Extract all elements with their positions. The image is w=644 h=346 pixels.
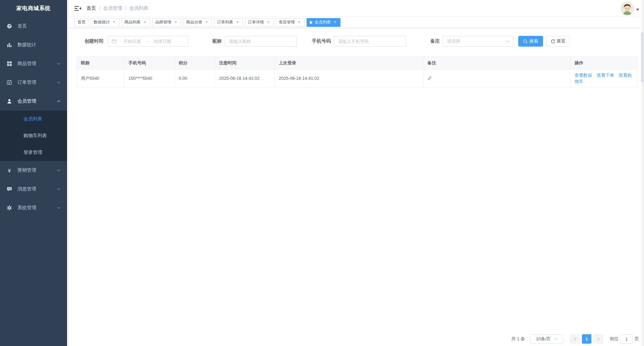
sidebar-item-home[interactable]: 首页 [0,17,67,36]
submenu-item-label: 会员列表 [23,116,42,122]
cell-phone: 150****5540 [124,69,175,88]
goto-page-input[interactable] [621,334,633,344]
user-avatar[interactable] [621,2,634,15]
remark-select-placeholder: 请选择 [447,38,506,44]
scrollbar-track[interactable] [640,0,644,346]
view-orders-link[interactable]: 查看下单 [597,73,614,78]
sidebar-item-label: 商品管理 [17,61,57,67]
close-icon[interactable]: × [112,20,116,25]
cell-points: 0.00 [175,69,215,88]
created-time-label: 创建时间 [85,38,103,44]
table-header-row: 昵称 手机号码 积分 注册时间 上次登录 备注 操作 [77,57,638,69]
yen-icon: ¥ [7,168,12,173]
sidebar-item-label: 会员管理 [17,98,57,104]
prev-page-button[interactable] [570,334,580,344]
search-button[interactable]: 搜索 [518,36,543,47]
col-nickname: 昵称 [77,57,124,69]
col-remark: 备注 [423,57,571,69]
view-data-link[interactable]: 查看数据 [575,73,592,78]
cell-last-login: 2025-06-16 14:41:02 [275,69,423,88]
order-list-icon [7,80,12,85]
sidebar-item-label: 数据统计 [17,42,60,48]
table-row: 用户5540 150****5540 0.00 2025-06-16 14:41… [77,69,638,88]
submenu-item-label: 登录管理 [23,150,42,156]
close-icon[interactable]: × [235,20,240,25]
breadcrumb-member-list: 会员列表 [129,5,148,11]
close-icon[interactable]: × [266,20,271,25]
chevron-down-icon [506,40,509,43]
nickname-input[interactable] [225,36,297,47]
sidebar-item-statistics[interactable]: 数据统计 [0,36,67,54]
chevron-down-icon [57,63,60,65]
pagination-total: 共 1 条 [512,336,525,342]
close-icon[interactable]: × [143,20,147,25]
tab-home[interactable]: 首页 [74,18,89,27]
remark-select[interactable]: 请选择 [443,36,513,47]
sidebar-item-label: 订单管理 [17,79,57,85]
reset-button[interactable]: 重置 [546,36,570,47]
caret-down-icon[interactable] [636,9,639,11]
sidebar-item-members[interactable]: 会员管理 [0,92,67,111]
next-page-button[interactable] [594,334,603,344]
submenu-item-label: 购物车列表 [23,133,47,139]
main-area: 首页 / 会员管理 / 会员列表 首页 [67,0,644,346]
chevron-down-icon [57,207,60,209]
active-tab-dot [310,21,312,24]
sidebar-item-orders[interactable]: 订单管理 [0,73,67,92]
sidebar-item-marketing[interactable]: ¥ 营销管理 [0,161,67,180]
grid-icon [7,61,12,66]
sidebar-item-products[interactable]: 商品管理 [0,54,67,73]
tab-aftersales[interactable]: 售后管理× [276,18,305,27]
tab-member-list[interactable]: 会员列表× [307,18,340,27]
page-content: 创建时间 - 昵称 手机号码 备注 请选择 [67,28,644,88]
tabbar: 首页 数据统计× 商品列表× 品牌管理× 商品分类× 订单列表× 订单详情× 售… [67,17,644,28]
close-icon[interactable]: × [173,20,178,25]
sidebar-item-messages[interactable]: 消息管理 [0,180,67,198]
tab-order-detail[interactable]: 订单详情× [245,18,274,27]
page-size-select[interactable]: 10条/页 [530,334,564,344]
phone-label: 手机号码 [312,38,331,44]
close-icon[interactable]: × [204,20,209,25]
page-suffix-label: 页 [635,336,639,342]
scrollbar-thumb[interactable] [641,32,644,82]
chevron-right-icon [597,337,600,341]
cell-actions: 查看数据 查看下单 查看购物车 [571,69,638,88]
phone-input[interactable] [334,36,406,47]
tab-product-list[interactable]: 商品列表× [121,18,150,27]
gear-icon [7,205,12,211]
top-navbar: 首页 / 会员管理 / 会员列表 [67,0,644,17]
sidebar-item-login-mgmt[interactable]: 登录管理 [0,144,67,161]
collapse-sidebar-icon[interactable] [74,6,81,11]
dashboard-icon [7,23,12,29]
start-date-input[interactable] [118,39,146,44]
date-range-picker[interactable]: - [108,36,189,47]
edit-pencil-icon[interactable] [427,75,432,80]
page-number-1[interactable]: 1 [582,334,591,344]
sidebar-item-label: 消息管理 [17,186,57,192]
message-icon [7,186,12,192]
cell-remark [423,69,571,88]
close-icon[interactable]: × [297,20,302,25]
col-points: 积分 [175,57,215,69]
tab-brand-mgmt[interactable]: 品牌管理× [152,18,181,27]
tab-statistics[interactable]: 数据统计× [91,18,119,27]
sidebar-item-system[interactable]: 系统管理 [0,198,67,217]
member-table: 昵称 手机号码 积分 注册时间 上次登录 备注 操作 用户5540 150*** [76,56,637,88]
date-range-separator: - [146,39,149,44]
sidebar-item-member-list[interactable]: 会员列表 [0,111,67,127]
chevron-left-icon [574,337,576,341]
breadcrumb-home[interactable]: 首页 [87,5,96,11]
end-date-input[interactable] [149,39,176,44]
user-icon [7,99,12,104]
chevron-down-icon [57,169,60,171]
tab-order-list[interactable]: 订单列表× [214,18,243,27]
col-actions: 操作 [571,57,638,69]
col-register-time: 注册时间 [215,57,275,69]
sidebar-submenu-members: 会员列表 购物车列表 登录管理 [0,111,67,161]
sidebar-item-cart-list[interactable]: 购物车列表 [0,127,67,144]
magnifier-icon [523,39,528,44]
tab-product-category[interactable]: 商品分类× [183,18,212,27]
chevron-down-icon [57,188,60,190]
close-icon[interactable]: × [333,20,337,25]
nickname-label: 昵称 [212,38,222,44]
